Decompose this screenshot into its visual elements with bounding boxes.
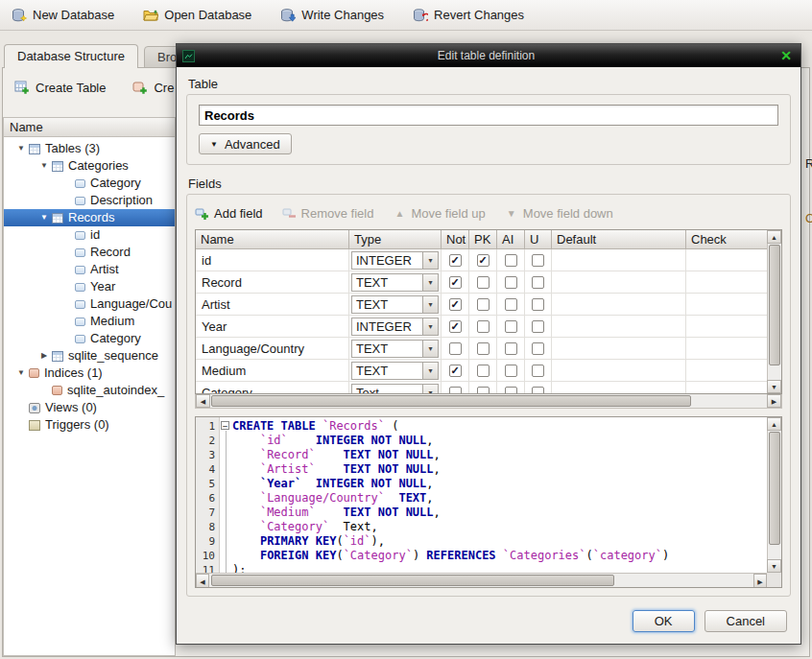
column-header-check[interactable]: Check (686, 230, 767, 249)
u-checkbox[interactable] (532, 387, 544, 394)
ai-checkbox[interactable] (505, 276, 517, 289)
u-checkbox[interactable] (532, 276, 544, 289)
field-type-select[interactable]: TEXT▾ (351, 362, 439, 380)
check-cell[interactable] (686, 360, 767, 382)
scroll-left-icon[interactable]: ◀ (196, 394, 210, 408)
collapse-icon[interactable]: ▼ (36, 157, 52, 175)
column-header-name[interactable]: Name (196, 230, 349, 249)
fields-grid-vertical-scrollbar[interactable]: ▲ ▼ (767, 230, 781, 393)
default-cell[interactable] (552, 316, 686, 338)
table-name-input[interactable] (199, 105, 778, 126)
field-row-artist[interactable]: ArtistTEXT▾✓ (196, 294, 767, 316)
field-row-category[interactable]: CategoryText▾ (196, 382, 767, 393)
field-name-cell[interactable]: id (196, 249, 349, 271)
advanced-toggle-button[interactable]: ▼ Advanced (199, 133, 292, 154)
tree-item-record[interactable]: Record (4, 244, 175, 261)
tree-item-tables-3[interactable]: ▼Tables (3) (4, 140, 175, 157)
not-checkbox[interactable]: ✓ (449, 298, 462, 311)
sql-vertical-scrollbar[interactable]: ▲ ▼ (767, 417, 781, 573)
collapse-icon[interactable]: ▼ (13, 140, 29, 157)
check-cell[interactable] (686, 294, 767, 316)
field-type-select[interactable]: TEXT▾ (351, 295, 439, 314)
default-cell[interactable] (552, 338, 686, 360)
default-cell[interactable] (552, 294, 686, 316)
column-header-default[interactable]: Default (552, 230, 686, 249)
tree-item-year[interactable]: Year (4, 278, 175, 295)
tree-item-sqlite-sequence[interactable]: ▶sqlite_sequence (4, 347, 175, 365)
scroll-left-icon[interactable]: ◀ (196, 574, 209, 588)
not-checkbox[interactable]: ✓ (449, 254, 462, 267)
field-row-language-country[interactable]: Language/CountryTEXT▾ (196, 338, 767, 360)
ok-button[interactable]: OK (633, 610, 695, 632)
fold-collapse-icon[interactable]: − (221, 421, 229, 430)
tree-item-language-cou[interactable]: Language/Cou (4, 295, 175, 313)
tree-item-category[interactable]: Category (4, 175, 175, 192)
scroll-down-icon[interactable]: ▼ (767, 380, 781, 393)
remove-field-button[interactable]: Remove field (282, 206, 374, 221)
u-checkbox[interactable] (532, 298, 544, 311)
field-row-record[interactable]: RecordTEXT▾✓ (196, 271, 767, 294)
tree-item-views-0[interactable]: Views (0) (4, 399, 175, 416)
u-checkbox[interactable] (532, 254, 544, 267)
column-header-not[interactable]: Not (442, 230, 469, 249)
cancel-button[interactable]: Cancel (705, 610, 787, 632)
field-name-cell[interactable]: Artist (196, 294, 349, 316)
check-cell[interactable] (686, 249, 767, 271)
column-header-u[interactable]: U (525, 230, 552, 249)
field-name-cell[interactable]: Medium (196, 360, 349, 382)
field-name-cell[interactable]: Category (196, 382, 349, 393)
u-checkbox[interactable] (532, 342, 544, 355)
tree-item-categories[interactable]: ▼Categories (4, 157, 175, 175)
tree-item-sqlite-autoindex[interactable]: sqlite_autoindex_ (4, 382, 175, 399)
scroll-up-icon[interactable]: ▲ (767, 230, 781, 244)
check-cell[interactable] (686, 271, 767, 294)
tree-item-triggers-0[interactable]: Triggers (0) (4, 416, 175, 434)
not-checkbox[interactable] (449, 342, 462, 355)
not-checkbox[interactable]: ✓ (449, 276, 462, 289)
column-header-ai[interactable]: AI (497, 230, 525, 249)
revert-changes-button[interactable]: Revert Changes (413, 8, 524, 23)
check-cell[interactable] (686, 338, 767, 360)
pk-checkbox[interactable] (477, 342, 490, 355)
field-name-cell[interactable]: Record (196, 271, 349, 294)
pk-checkbox[interactable] (477, 276, 490, 289)
not-checkbox[interactable] (449, 387, 462, 394)
close-icon[interactable]: ✕ (777, 48, 795, 63)
pk-checkbox[interactable] (477, 387, 490, 394)
field-row-year[interactable]: YearINTEGER▾✓ (196, 316, 767, 338)
u-checkbox[interactable] (532, 365, 544, 377)
write-changes-button[interactable]: Write Changes (280, 8, 384, 23)
sql-horizontal-scrollbar[interactable]: ◀ ▶ (196, 573, 767, 587)
open-database-button[interactable]: Open Database (143, 8, 251, 23)
tree-item-medium[interactable]: Medium (4, 313, 175, 330)
tree-column-header-name[interactable]: Name (4, 118, 175, 137)
u-checkbox[interactable] (532, 320, 544, 333)
tree-item-description[interactable]: Description (4, 192, 175, 209)
ai-checkbox[interactable] (505, 254, 517, 267)
default-cell[interactable] (552, 360, 686, 382)
tree-item-id[interactable]: id (4, 226, 175, 244)
field-type-select[interactable]: INTEGER▾ (351, 318, 439, 336)
move-field-up-button[interactable]: ▲ Move field up (393, 206, 485, 221)
field-row-medium[interactable]: MediumTEXT▾✓ (196, 360, 767, 382)
default-cell[interactable] (552, 382, 686, 393)
field-type-select[interactable]: TEXT▾ (351, 340, 439, 358)
add-field-button[interactable]: Add field (195, 206, 263, 221)
field-type-select[interactable]: TEXT▾ (351, 273, 439, 292)
default-cell[interactable] (552, 249, 686, 271)
pk-checkbox[interactable]: ✓ (477, 254, 490, 267)
tree-item-category[interactable]: Category (4, 330, 175, 347)
scroll-down-icon[interactable]: ▼ (767, 559, 781, 573)
ai-checkbox[interactable] (505, 298, 517, 311)
tree-item-artist[interactable]: Artist (4, 261, 175, 278)
field-name-cell[interactable]: Year (196, 316, 349, 338)
sql-preview-editor[interactable]: 1−CREATE TABLE `Records` (2 `id` INTEGER… (195, 416, 782, 588)
pk-checkbox[interactable] (477, 298, 490, 311)
not-checkbox[interactable]: ✓ (449, 320, 462, 333)
expand-icon[interactable]: ▶ (36, 347, 52, 365)
ai-checkbox[interactable] (505, 320, 517, 333)
pk-checkbox[interactable] (477, 365, 490, 377)
field-name-cell[interactable]: Language/Country (196, 338, 349, 360)
field-type-select[interactable]: Text▾ (351, 384, 439, 394)
move-field-down-button[interactable]: ▼ Move field down (505, 206, 613, 221)
